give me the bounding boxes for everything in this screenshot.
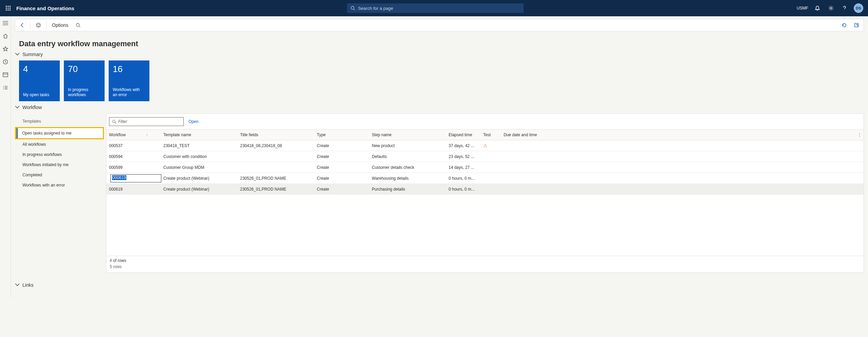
open-link[interactable]: Open [188, 119, 198, 124]
tile-label: My open tasks [23, 92, 56, 98]
links-section-header[interactable]: Links [15, 282, 864, 288]
list-item-completed[interactable]: Completed [15, 170, 104, 180]
svg-rect-6 [6, 10, 7, 11]
col-title[interactable]: Title fields [237, 132, 314, 137]
tile-in-progress[interactable]: 70 In progress workflows [64, 60, 105, 101]
cell-template: Create product (Webinar) [161, 176, 237, 181]
svg-rect-5 [10, 8, 11, 9]
tile-count: 70 [68, 64, 101, 74]
svg-point-27 [39, 24, 39, 25]
smiley-icon[interactable] [34, 21, 43, 30]
search-placeholder: Search for a page [358, 6, 393, 11]
waffle-icon[interactable] [3, 3, 14, 14]
list-item-with-error[interactable]: Workflows with an error [15, 180, 104, 190]
top-bar: Finance and Operations Search for a page… [0, 0, 868, 16]
cell-type: Create [314, 187, 369, 192]
svg-rect-0 [6, 6, 7, 7]
col-test[interactable]: Test [481, 132, 501, 137]
left-nav-rail [0, 16, 11, 298]
cell-step: New product [369, 143, 446, 148]
svg-line-32 [115, 122, 116, 123]
action-bar: Options [15, 19, 864, 31]
svg-rect-2 [10, 6, 11, 7]
cell-type: Create [314, 154, 369, 159]
table-row[interactable]: 000599Customer Group MDMCreateCustomer d… [106, 162, 864, 173]
summary-label: Summary [22, 52, 43, 57]
warning-icon: ⚠ [483, 143, 487, 148]
rows-label: # of rows [110, 258, 860, 263]
options-tab[interactable]: Options [50, 22, 70, 28]
cell-elapsed: 37 days, 42 ... [446, 143, 481, 148]
list-item-open-tasks[interactable]: Open tasks assigned to me [15, 127, 104, 139]
workflow-grid: Filter Open Workflow↑ Template name Titl… [106, 113, 864, 273]
clock-icon[interactable] [2, 58, 9, 65]
filter-input[interactable]: Filter [109, 117, 184, 126]
col-step[interactable]: Step name [369, 132, 446, 137]
tile-with-error[interactable]: 16 Workflows with an error [109, 60, 149, 101]
svg-rect-17 [3, 73, 8, 77]
notifications-icon[interactable] [813, 4, 822, 13]
cell-elapsed: 14 days, 27 ... [446, 165, 481, 170]
cell-workflow[interactable]: 000619 [106, 174, 161, 182]
col-due[interactable]: Due date and time [501, 132, 569, 137]
templates-header: Templates [15, 116, 104, 127]
cell-elapsed: 0 hours, 0 m... [446, 176, 481, 181]
refresh-icon[interactable] [840, 21, 849, 30]
global-search[interactable]: Search for a page [347, 3, 524, 13]
table-row[interactable]: 000594Customer with conditionCreateDefau… [106, 151, 864, 162]
svg-rect-7 [8, 10, 9, 11]
workflow-templates-list: Templates Open tasks assigned to me All … [15, 113, 104, 273]
cell-step: Customer details check [369, 165, 446, 170]
cell-template: 230418_TEST [161, 143, 237, 148]
cell-title: 230526_01,PROD NAME [237, 176, 314, 181]
cell-type: Create [314, 165, 369, 170]
popout-icon[interactable] [852, 21, 861, 30]
chevron-down-icon [15, 53, 20, 56]
svg-point-28 [76, 23, 79, 26]
summary-section-header[interactable]: Summary [15, 52, 864, 57]
table-row[interactable]: 000619Create product (Webinar)230526_01,… [106, 184, 864, 195]
list-item-in-progress[interactable]: In progress workflows [15, 149, 104, 160]
gear-icon[interactable] [827, 4, 835, 13]
svg-line-10 [354, 9, 355, 11]
list-item-initiated-by-me[interactable]: Workflows initiated by me [15, 160, 104, 170]
col-type[interactable]: Type [314, 132, 369, 137]
col-workflow[interactable]: Workflow↑ [106, 132, 161, 137]
cell-elapsed: 23 days, 52 ... [446, 154, 481, 159]
help-icon[interactable] [840, 4, 849, 13]
cell-workflow: 000619 [106, 187, 161, 192]
links-label: Links [22, 282, 34, 288]
search-small-icon[interactable] [74, 21, 83, 30]
list-item-all-workflows[interactable]: All workflows [15, 139, 104, 149]
col-template[interactable]: Template name [161, 132, 237, 137]
user-avatar[interactable]: DS [854, 3, 863, 13]
cell-template: Create product (Webinar) [161, 187, 237, 192]
cell-workflow: 000537 [106, 143, 161, 148]
svg-point-31 [113, 120, 115, 123]
cell-type: Create [314, 176, 369, 181]
filter-placeholder: Filter [118, 119, 127, 124]
chevron-down-icon [15, 283, 20, 287]
col-elapsed[interactable]: Elapsed time [446, 132, 481, 137]
svg-rect-4 [8, 8, 9, 9]
workflow-label: Workflow [22, 105, 42, 110]
svg-point-26 [37, 24, 38, 25]
home-icon[interactable] [2, 33, 9, 39]
svg-point-12 [844, 10, 845, 10]
tile-my-open-tasks[interactable]: 4 My open tasks [19, 60, 60, 101]
back-button[interactable] [18, 21, 27, 30]
svg-point-11 [830, 7, 832, 9]
hamburger-icon[interactable] [2, 20, 9, 26]
column-menu-icon[interactable]: ⋮ [857, 132, 862, 137]
cell-test: ⚠ [481, 143, 501, 148]
cell-template: Customer with condition [161, 154, 237, 159]
workflow-section-header[interactable]: Workflow [15, 105, 864, 110]
table-row[interactable]: 000619Create product (Webinar)230526_01,… [106, 173, 864, 184]
modules-icon[interactable] [2, 84, 9, 91]
company-code[interactable]: USMF [797, 6, 808, 11]
grid-header: Workflow↑ Template name Title fields Typ… [106, 129, 864, 140]
svg-rect-8 [10, 10, 11, 11]
table-row[interactable]: 000537230418_TEST230418_08,230418_08Crea… [106, 140, 864, 151]
star-icon[interactable] [2, 46, 9, 52]
workspace-icon[interactable] [2, 71, 9, 78]
